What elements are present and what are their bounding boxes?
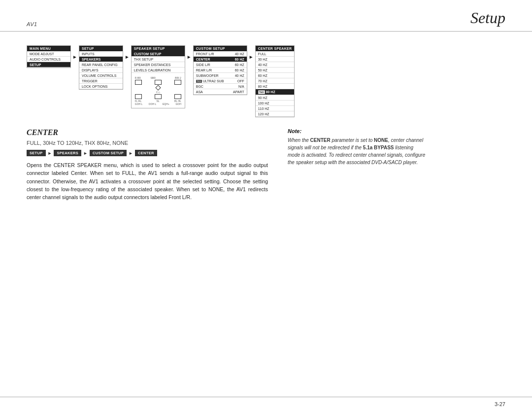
center-30hz[interactable]: 30 Hz <box>256 57 295 62</box>
body-text: Opens the CENTER SPEAKER menu, which is … <box>27 161 268 201</box>
left-column: CENTER FULL, 30Hz TO 120Hz, THX 80Hz, NO… <box>27 128 268 201</box>
center-subtitle: FULL, 30Hz TO 120Hz, THX 80Hz, NONE <box>27 140 268 146</box>
speaker-setup-box: Speaker Setup CUSTOM SETUP THX SETUP SPE… <box>131 45 185 108</box>
center-110hz[interactable]: 110 Hz <box>256 106 295 111</box>
body-section: CENTER FULL, 30Hz TO 120Hz, THX 80Hz, NO… <box>27 128 505 201</box>
setup-displays[interactable]: DISPLAYS <box>79 68 123 73</box>
custom-asa[interactable]: ASAAPART <box>194 89 247 95</box>
page-title: Setup <box>470 9 505 27</box>
custom-setup-title: Custom Setup <box>194 46 247 51</box>
arrow-2: ► <box>123 54 131 60</box>
setup-volume[interactable]: VOLUME CONTROLS <box>79 73 123 78</box>
main-menu-title: Main Menu <box>27 46 70 51</box>
center-40hz[interactable]: 40 Hz <box>256 62 295 68</box>
center-120hz[interactable]: 120 Hz <box>256 111 295 117</box>
speaker-levels[interactable]: LEVELS CALIBRATION <box>132 68 185 73</box>
menu-diagram: Main Menu MODE ADJUST AUDIO CONTROLS SET… <box>27 45 505 117</box>
breadcrumb-speakers: SPEAKERS <box>54 150 81 156</box>
breadcrumb-arrow-3: ► <box>129 151 133 156</box>
custom-center[interactable]: CENTER60 Hz <box>194 57 247 62</box>
right-column: Note: When the CENTER parameter is set t… <box>288 128 426 201</box>
setup-speakers[interactable]: SPEAKERS <box>79 57 123 62</box>
center-heading: CENTER <box>27 128 268 137</box>
breadcrumb-setup: SETUP <box>27 150 46 156</box>
setup-title: Setup <box>79 46 123 51</box>
setup-lock[interactable]: LOCK OPTIONS <box>79 84 123 89</box>
center-full[interactable]: FULL <box>256 51 295 57</box>
page-footer: 3-27 <box>0 397 532 411</box>
page-number: 3-27 <box>495 401 505 407</box>
center-60hz[interactable]: 60 Hz <box>256 73 295 78</box>
setup-rear-panel[interactable]: REAR PANEL CONFIG <box>79 62 123 68</box>
custom-side[interactable]: SIDE L/R60 Hz <box>194 62 247 68</box>
menu-audio-controls[interactable]: AUDIO CONTROLS <box>27 57 70 62</box>
arrow-3: ► <box>185 54 193 60</box>
breadcrumb: SETUP ► SPEAKERS ► CUSTOM SETUP ► CENTER <box>27 150 268 156</box>
custom-setup-box: Custom Setup FRONT L/R40 Hz CENTER60 Hz … <box>193 45 247 95</box>
center-90hz[interactable]: 90 Hz <box>256 95 295 101</box>
center-100hz[interactable]: 100 Hz <box>256 101 295 106</box>
av-label: AV1 <box>27 21 37 27</box>
arrow-1: ► <box>71 54 79 60</box>
menu-mode-adjust[interactable]: MODE ADJUST <box>27 51 70 57</box>
page-header: AV1 Setup <box>0 0 532 32</box>
center-speaker-title: Center Speaker <box>256 46 295 51</box>
speaker-distances[interactable]: SPEAKER DISTANCES <box>132 62 185 68</box>
breadcrumb-arrow-1: ► <box>48 151 52 156</box>
custom-subwoofer[interactable]: SUBWOOFER40 Hz <box>194 73 247 78</box>
speaker-diagram: R BR SBR BRI 2 C◇ <box>132 73 185 108</box>
speaker-setup-title: Speaker Setup <box>132 46 185 51</box>
setup-box: Setup INPUTS SPEAKERS REAR PANEL CONFIG … <box>79 45 123 90</box>
note-title: Note: <box>288 128 426 134</box>
center-80hz-thx[interactable]: THX 80 Hz <box>256 89 295 95</box>
setup-inputs[interactable]: INPUTS <box>79 51 123 57</box>
center-70hz[interactable]: 70 Hz <box>256 78 295 84</box>
note-text: When the CENTER parameter is set to NONE… <box>288 137 426 166</box>
custom-bgc[interactable]: BGCN/A <box>194 84 247 89</box>
center-80hz[interactable]: 80 Hz <box>256 84 295 89</box>
menu-setup[interactable]: SETUP <box>27 62 70 68</box>
breadcrumb-center: CENTER <box>135 150 157 156</box>
custom-rear[interactable]: REAR L/R60 Hz <box>194 68 247 73</box>
center-50hz[interactable]: 50 Hz <box>256 68 295 73</box>
main-content: Main Menu MODE ADJUST AUDIO CONTROLS SET… <box>0 32 532 211</box>
main-menu-box: Main Menu MODE ADJUST AUDIO CONTROLS SET… <box>27 45 71 68</box>
custom-ultra2[interactable]: THX ULTRA2 SUBOFF <box>194 78 247 84</box>
center-speaker-box: Center Speaker FULL 30 Hz 40 Hz 50 Hz 60… <box>255 45 295 117</box>
breadcrumb-custom-setup: CUSTOM SETUP <box>90 150 127 156</box>
speaker-custom-setup[interactable]: CUSTOM SETUP <box>132 51 185 57</box>
setup-trigger[interactable]: TRIGGER <box>79 78 123 84</box>
breadcrumb-arrow-2: ► <box>83 151 88 156</box>
arrow-4: ► <box>247 54 255 60</box>
speaker-thx-setup[interactable]: THX SETUP <box>132 57 185 62</box>
custom-front[interactable]: FRONT L/R40 Hz <box>194 51 247 57</box>
